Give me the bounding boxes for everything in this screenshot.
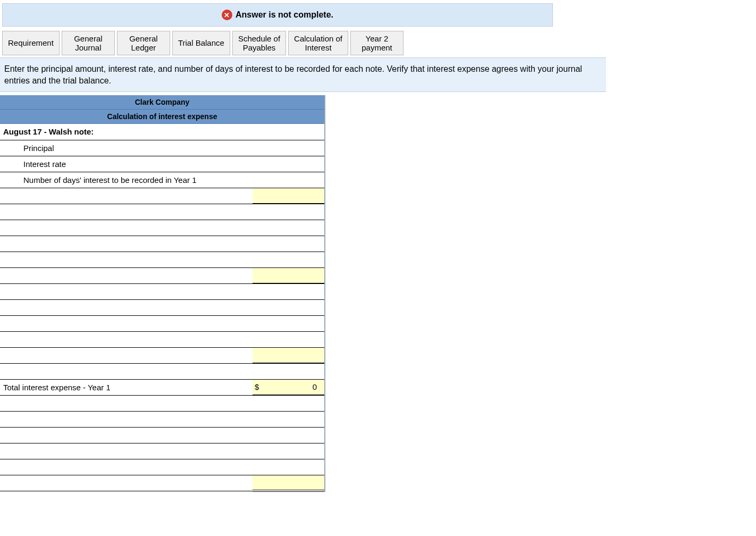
- sheet-company: Clark Company: [0, 95, 324, 110]
- status-bar: ✕ Answer is not complete.: [2, 3, 553, 27]
- tab-requirement[interactable]: Requirement: [2, 31, 60, 55]
- row-label[interactable]: Number of days' interest to be recorded …: [0, 172, 253, 188]
- row-label: [0, 427, 253, 443]
- table-row: [0, 411, 324, 427]
- worksheet: Clark Company Calculation of interest ex…: [0, 95, 325, 492]
- row-value-cell[interactable]: [253, 347, 324, 363]
- row-value-cell[interactable]: [253, 459, 324, 475]
- row-label: [0, 331, 253, 347]
- table-row: Total interest expense - Year 1$0: [0, 379, 324, 395]
- row-value-cell[interactable]: [253, 124, 324, 140]
- table-row: [0, 188, 324, 204]
- row-label: [0, 347, 253, 363]
- table-row: Number of days' interest to be recorded …: [0, 172, 324, 188]
- row-value-cell[interactable]: [253, 188, 324, 204]
- row-value-cell[interactable]: [253, 427, 324, 443]
- table-row: [0, 427, 324, 443]
- row-label: [0, 204, 253, 220]
- row-label: [0, 267, 253, 283]
- row-label: [0, 475, 253, 491]
- row-label: [0, 236, 253, 252]
- table-row: [0, 236, 324, 252]
- status-text: Answer is not complete.: [236, 10, 333, 20]
- table-row: [0, 267, 324, 283]
- row-value-cell[interactable]: [253, 236, 324, 252]
- tab-row: Requirement General Journal General Ledg…: [0, 31, 553, 55]
- row-label: [0, 299, 253, 315]
- row-value-cell[interactable]: [253, 204, 324, 220]
- table-row: [0, 395, 324, 411]
- x-circle-icon: ✕: [222, 10, 232, 20]
- row-label: [0, 411, 253, 427]
- row-label: [0, 395, 253, 411]
- row-label: [0, 443, 253, 459]
- tab-trial-balance[interactable]: Trial Balance: [172, 31, 230, 55]
- row-label: [0, 363, 253, 379]
- row-value-cell[interactable]: [253, 283, 324, 299]
- instruction-text: Enter the principal amount, interest rat…: [0, 57, 606, 92]
- row-value-cell[interactable]: [253, 140, 324, 156]
- table-row: [0, 315, 324, 331]
- row-value-cell[interactable]: $0: [253, 379, 324, 395]
- row-label: [0, 459, 253, 475]
- row-value-cell[interactable]: [253, 220, 324, 236]
- row-label: [0, 252, 253, 267]
- table-row: [0, 283, 324, 299]
- row-value-cell[interactable]: [253, 475, 324, 491]
- table-row: August 17 - Walsh note:: [0, 124, 324, 140]
- table-row: [0, 204, 324, 220]
- tab-general-journal[interactable]: General Journal: [62, 31, 115, 55]
- table-row: [0, 459, 324, 475]
- row-value-cell[interactable]: [253, 443, 324, 459]
- table-row: [0, 220, 324, 236]
- row-value-cell[interactable]: [253, 267, 324, 283]
- row-value-cell[interactable]: [253, 156, 324, 172]
- sheet-title: Calculation of interest expense: [0, 110, 324, 124]
- table-row: [0, 252, 324, 267]
- row-value-cell[interactable]: [253, 315, 324, 331]
- tab-calculation-of-interest[interactable]: Calculation of Interest: [288, 31, 348, 55]
- tab-general-ledger[interactable]: General Ledger: [117, 31, 170, 55]
- row-label[interactable]: Principal: [0, 140, 253, 156]
- row-value-cell[interactable]: [253, 252, 324, 267]
- row-label: [0, 188, 253, 204]
- row-label[interactable]: Total interest expense - Year 1: [0, 379, 253, 395]
- row-label[interactable]: Interest rate: [0, 156, 253, 172]
- row-value-cell[interactable]: [253, 395, 324, 411]
- table-row: Interest rate: [0, 156, 324, 172]
- row-label: [0, 220, 253, 236]
- currency-symbol: $: [255, 382, 259, 391]
- tab-schedule-of-payables[interactable]: Schedule of Payables: [232, 31, 286, 55]
- table-row: Principal: [0, 140, 324, 156]
- row-value-cell[interactable]: [253, 172, 324, 188]
- row-label: [0, 283, 253, 299]
- row-label: [0, 315, 253, 331]
- table-row: [0, 347, 324, 363]
- table-row: [0, 363, 324, 379]
- row-value-cell[interactable]: [253, 299, 324, 315]
- tab-year2-payment[interactable]: Year 2 payment: [350, 31, 404, 55]
- table-row: [0, 443, 324, 459]
- row-label[interactable]: August 17 - Walsh note:: [0, 124, 253, 140]
- table-row: [0, 299, 324, 315]
- row-value: 0: [313, 382, 317, 391]
- row-value-cell[interactable]: [253, 363, 324, 379]
- table-row: [0, 331, 324, 347]
- row-value-cell[interactable]: [253, 411, 324, 427]
- table-row: [0, 475, 324, 491]
- row-value-cell[interactable]: [253, 331, 324, 347]
